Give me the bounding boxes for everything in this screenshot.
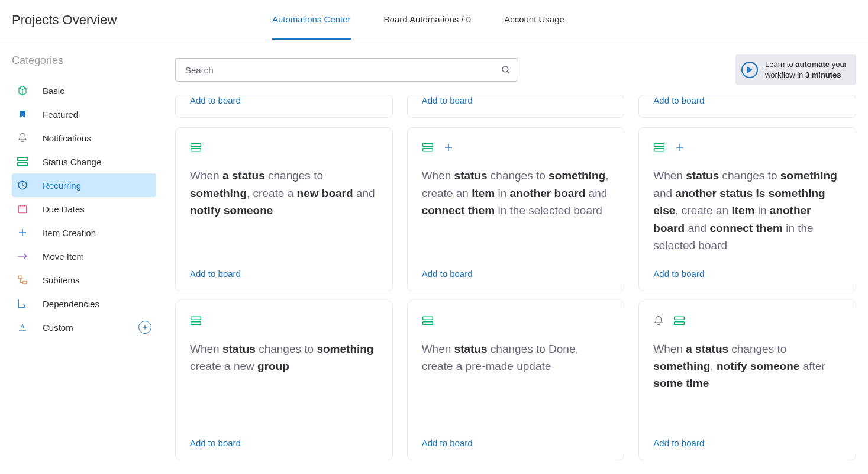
rows-icon	[673, 315, 685, 326]
add-to-board-link[interactable]: Add to board	[190, 95, 378, 105]
bell-icon	[653, 315, 664, 326]
learn-line2-bold: 3 minutes	[805, 70, 841, 79]
sidebar-item-label: Item Creation	[43, 228, 96, 238]
sidebar: Categories BasicFeaturedNotificationsSta…	[0, 40, 166, 474]
sidebar-list: BasicFeaturedNotificationsStatus ChangeR…	[12, 79, 156, 339]
add-to-board-link[interactable]: Add to board	[653, 438, 841, 448]
add-custom-button[interactable]	[138, 321, 151, 334]
card-text: When status changes to something, create…	[422, 167, 610, 254]
card-icons	[422, 315, 610, 326]
search-wrap	[175, 58, 518, 82]
sidebar-item-status-change[interactable]: Status Change	[12, 150, 156, 173]
add-to-board-link[interactable]: Add to board	[422, 438, 610, 448]
main: Categories BasicFeaturedNotificationsSta…	[0, 40, 868, 474]
add-to-board-link[interactable]: Add to board	[190, 269, 378, 279]
card-text: When status changes to something and ano…	[653, 167, 841, 254]
sidebar-item-dependencies[interactable]: Dependencies	[12, 292, 156, 315]
cards-row-1: When a status changes to something, crea…	[175, 127, 856, 291]
dep-icon	[17, 298, 28, 309]
rows-icon	[422, 142, 434, 153]
svg-rect-24	[422, 149, 433, 151]
clock-icon	[17, 179, 28, 191]
sidebar-item-move-item[interactable]: Move Item	[12, 244, 156, 268]
sidebar-item-notifications[interactable]: Notifications	[12, 126, 156, 150]
sidebar-item-subitems[interactable]: Subitems	[12, 268, 156, 292]
bell-icon	[17, 132, 28, 144]
svg-rect-11	[23, 281, 27, 284]
sidebar-heading: Categories	[12, 54, 156, 67]
add-to-board-link[interactable]: Add to board	[190, 438, 378, 448]
search-input[interactable]	[175, 58, 518, 82]
plus-icon	[443, 142, 454, 153]
header: Projects Overview Automations CenterBoar…	[0, 0, 868, 40]
svg-rect-21	[191, 144, 201, 147]
card-text: When a status changes to something, crea…	[190, 167, 378, 254]
svg-marker-20	[747, 66, 753, 73]
svg-rect-35	[675, 317, 685, 320]
cards-row-0: Add to boardAdd to boardAdd to board	[175, 95, 856, 118]
card-text: When status changes to something create …	[190, 340, 378, 424]
rows-icon	[422, 315, 434, 326]
tabs: Automations CenterBoard Automations / 0A…	[272, 0, 564, 40]
automation-card: When status changes to something, create…	[407, 127, 625, 291]
automation-card: When status changes to something create …	[175, 301, 393, 460]
svg-rect-28	[654, 149, 664, 151]
sidebar-item-due-dates[interactable]: Due Dates	[12, 197, 156, 221]
svg-rect-33	[422, 317, 433, 320]
sidebar-item-item-creation[interactable]: Item Creation	[12, 221, 156, 244]
svg-rect-22	[191, 149, 201, 151]
add-to-board-link[interactable]: Add to board	[422, 269, 610, 279]
top-row: Learn to automate your workflow in 3 min…	[175, 54, 856, 85]
sidebar-item-basic[interactable]: Basic	[12, 79, 156, 102]
add-to-board-link[interactable]: Add to board	[653, 95, 841, 105]
cube-icon	[17, 85, 28, 96]
sidebar-item-label: Notifications	[43, 133, 91, 143]
automation-card: Add to board	[407, 95, 625, 118]
cards-row-2: When status changes to something create …	[175, 301, 856, 460]
card-text: When a status changes to something, noti…	[653, 340, 841, 424]
content: Learn to automate your workflow in 3 min…	[166, 40, 868, 474]
svg-rect-32	[191, 321, 201, 324]
card-icons	[190, 315, 378, 326]
learn-line2-pre: workflow in	[765, 70, 805, 79]
tab-2[interactable]: Account Usage	[504, 0, 564, 40]
plus-icon	[17, 227, 28, 238]
sidebar-item-recurring[interactable]: Recurring	[12, 173, 156, 197]
svg-rect-3	[18, 206, 27, 213]
add-to-board-link[interactable]: Add to board	[653, 269, 841, 279]
subitem-icon	[17, 274, 28, 286]
rows-icon	[190, 142, 202, 153]
learn-box[interactable]: Learn to automate your workflow in 3 min…	[735, 54, 856, 85]
tab-0[interactable]: Automations Center	[272, 0, 351, 40]
learn-text: Learn to automate your workflow in 3 min…	[765, 59, 847, 80]
sidebar-item-label: Move Item	[43, 251, 84, 262]
sidebar-item-label: Basic	[43, 86, 64, 96]
card-text: When status changes to Done, create a pr…	[422, 340, 610, 424]
sidebar-item-featured[interactable]: Featured	[12, 102, 156, 126]
sidebar-item-label: Status Change	[43, 157, 101, 167]
svg-rect-36	[675, 321, 685, 324]
svg-rect-0	[18, 157, 28, 160]
tab-1[interactable]: Board Automations / 0	[384, 0, 472, 40]
learn-line1-bold: automate	[795, 60, 830, 69]
automation-card: Add to board	[175, 95, 393, 118]
svg-rect-34	[422, 321, 433, 324]
add-to-board-link[interactable]: Add to board	[422, 95, 610, 105]
card-icons	[653, 315, 841, 326]
svg-rect-27	[654, 144, 664, 147]
card-icons	[190, 142, 378, 153]
learn-line1-post: your	[830, 60, 847, 69]
sidebar-item-label: Subitems	[43, 275, 80, 285]
bookmark-icon	[17, 108, 28, 120]
rows-icon	[190, 315, 202, 326]
automation-card: Add to board	[638, 95, 856, 118]
sidebar-item-custom[interactable]: ACustom	[12, 315, 156, 339]
arrow-icon	[17, 250, 28, 262]
sidebar-item-label: Dependencies	[43, 299, 99, 309]
rows-icon	[653, 142, 665, 153]
plus-icon	[675, 142, 685, 153]
card-icons	[653, 142, 841, 153]
automation-card: When status changes to Done, create a pr…	[407, 301, 625, 460]
automation-card: When a status changes to something, crea…	[175, 127, 393, 291]
svg-rect-1	[18, 163, 28, 166]
